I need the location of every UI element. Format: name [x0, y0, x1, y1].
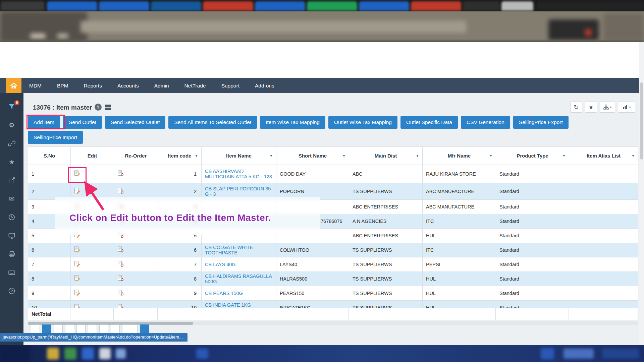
reorder-icon[interactable] [117, 290, 124, 296]
table-row: 11CB AASHIRVAAD MULTIGRAIN ATTA 5 KG - 1… [28, 165, 638, 183]
filter-caret-icon[interactable]: ▼ [632, 154, 635, 158]
page-help-icon[interactable]: ? [95, 104, 102, 111]
edit-cell[interactable] [71, 272, 114, 286]
edit-icon[interactable] [74, 275, 80, 282]
nav-item-mdm[interactable]: MDM [21, 78, 49, 93]
reorder-icon[interactable] [117, 304, 124, 308]
chart-icon[interactable]: ▾ [618, 102, 635, 113]
main-dist-cell: ABC [349, 165, 423, 183]
view-controls: ↻ ★ ▾ ▾ [570, 102, 635, 113]
filter-icon[interactable]: 0 [8, 103, 16, 111]
short-name-cell: GOOD DAY [276, 165, 349, 183]
send-icon[interactable] [8, 176, 16, 184]
item-name-link[interactable]: CB AASHIRVAAD MULTIGRAIN ATTA 5 KG - 123 [205, 169, 272, 179]
nav-item-nettrade[interactable]: NetTrade [177, 78, 214, 93]
settings-icon[interactable]: ⚙ [8, 121, 16, 129]
item-name-link[interactable]: CB LAYS 40G [205, 262, 236, 267]
filter-caret-icon[interactable]: ▼ [562, 154, 566, 158]
edit-icon[interactable] [74, 290, 80, 296]
reorder-icon[interactable] [117, 261, 124, 267]
item-name-cell[interactable]: CB PEARS 150G [202, 286, 276, 301]
col-mfr-name[interactable]: Mfr Name▼ [423, 147, 496, 165]
vertical-scrollbar[interactable] [640, 82, 643, 160]
item-name-link[interactable]: CB SLAP PERI POPCORN 35 G - 3 [205, 186, 271, 197]
col-item-name[interactable]: Item Name▼ [202, 147, 276, 165]
col-product-type[interactable]: Product Type▼ [496, 147, 569, 165]
send-outlet-button[interactable]: Send Outlet [63, 116, 102, 129]
outlet-wise-tax-mapping-button[interactable]: Outlet Wise Tax Mapping [328, 116, 397, 129]
home-button[interactable] [6, 78, 21, 93]
filter-caret-icon[interactable]: ▼ [489, 154, 492, 158]
send-all-items-button[interactable]: Send All Items To Selected Outlet [168, 116, 257, 129]
reorder-icon[interactable] [117, 246, 124, 253]
item-name-cell[interactable]: CB HALDIRAMS RASAGULLA 500G [202, 272, 276, 286]
product-type-cell: Standard [496, 214, 569, 229]
filter-caret-icon[interactable]: ▼ [195, 154, 198, 158]
item-wise-tax-mapping-button[interactable]: Item Wise Tax Mapping [260, 116, 325, 129]
edit-cell[interactable] [71, 257, 114, 272]
clock-icon[interactable] [8, 213, 16, 221]
reorder-cell[interactable] [114, 286, 158, 301]
product-type-cell: Standard [496, 257, 569, 272]
filter-badge: 0 [14, 100, 19, 105]
reorder-cell[interactable] [114, 272, 158, 286]
col-item-code[interactable]: Item code▼ [158, 147, 202, 165]
mail-icon[interactable]: ✉ [8, 195, 16, 203]
keyboard-icon[interactable] [8, 268, 16, 277]
item-name-link[interactable]: CB PEARS 150G [205, 291, 243, 296]
item-name-cell[interactable]: CB COLGATE WHITE TOOTHPASTE [202, 243, 276, 257]
reorder-icon[interactable] [117, 170, 124, 177]
filter-caret-icon[interactable]: ▼ [270, 154, 273, 158]
reorder-icon[interactable] [117, 275, 124, 282]
edit-icon[interactable] [74, 304, 80, 308]
star-icon[interactable]: ★ [8, 158, 16, 166]
col-item-alias[interactable]: Item Alias List▼ [569, 147, 638, 165]
nav-item-addons[interactable]: Add-ons [247, 78, 282, 93]
nav-item-support[interactable]: Support [214, 78, 247, 93]
home-icon [10, 82, 18, 89]
vertical-scrollbar-track[interactable] [639, 42, 644, 345]
item-name-cell[interactable]: CB INDIA GATE 1KG BASMATI [202, 301, 276, 308]
link-icon[interactable] [8, 139, 16, 147]
item-name-link[interactable]: CB HALDIRAMS RASAGULLA 500G [205, 274, 272, 284]
edit-cell[interactable] [71, 301, 114, 308]
reorder-cell[interactable] [114, 243, 158, 257]
item-code-cell: 9 [158, 286, 202, 301]
favorite-icon[interactable]: ★ [585, 102, 597, 113]
col-short-name[interactable]: Short Name▼ [276, 147, 349, 165]
edit-icon[interactable] [74, 261, 80, 267]
nav-item-accounts[interactable]: Accounts [110, 78, 147, 93]
item-name-cell[interactable]: CB AASHIRVAAD MULTIGRAIN ATTA 5 KG - 123 [202, 165, 276, 183]
refresh-icon[interactable]: ↻ [570, 102, 582, 113]
nav-item-reports[interactable]: Reports [76, 78, 110, 93]
reorder-icon[interactable] [117, 188, 124, 194]
main-dist-cell: TS SUPPLIERWS [349, 272, 423, 286]
col-reorder: Re-Order [114, 147, 158, 165]
item-alias-cell [569, 183, 638, 200]
hierarchy-icon[interactable]: ▾ [600, 102, 615, 113]
help-icon[interactable]: ? [8, 287, 16, 295]
edit-icon[interactable] [74, 246, 80, 253]
reorder-cell[interactable] [114, 257, 158, 272]
sellingprice-import-button[interactable]: SellingPrice Import [28, 131, 83, 144]
print-icon[interactable] [8, 250, 16, 258]
nav-item-bpm[interactable]: BPM [49, 78, 76, 93]
send-selected-outlet-button[interactable]: Send Selected Outlet [105, 116, 166, 129]
grid-view-icon[interactable] [105, 104, 111, 112]
item-name-cell[interactable]: CB LAYS 40G [202, 257, 276, 272]
browser-tab [307, 1, 357, 11]
filter-caret-icon[interactable]: ▼ [416, 154, 419, 158]
sellingprice-export-button[interactable]: SellingPrice Export [513, 116, 569, 129]
item-name-link[interactable]: CB INDIA GATE 1KG BASMATI [205, 302, 251, 308]
reorder-cell[interactable] [114, 165, 158, 183]
outlet-specific-data-button[interactable]: Outlet Specific Data [400, 116, 458, 129]
reorder-cell[interactable] [114, 301, 158, 308]
nav-item-admin[interactable]: Admin [147, 78, 177, 93]
edit-cell[interactable] [71, 286, 114, 301]
display-icon[interactable] [8, 232, 16, 240]
edit-cell[interactable] [71, 243, 114, 257]
col-main-dist[interactable]: Main Dist▼ [349, 147, 423, 165]
filter-caret-icon[interactable]: ▼ [342, 154, 345, 158]
csv-generation-button[interactable]: CSV Generation [461, 116, 510, 129]
item-name-link[interactable]: CB COLGATE WHITE TOOTHPASTE [205, 245, 253, 255]
